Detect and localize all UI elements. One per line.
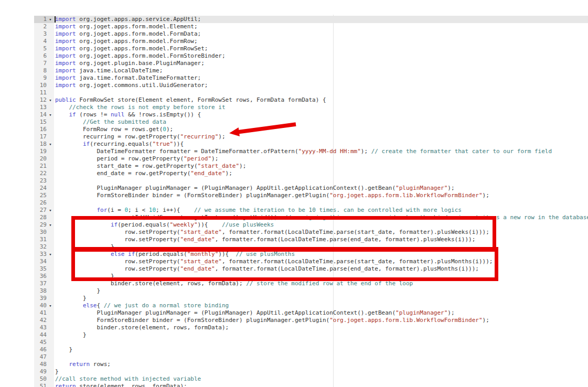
code-line[interactable]: 26 (34, 199, 588, 207)
code-line-text[interactable]: binder.store(element, rows, formData); (54, 324, 588, 331)
code-lines-area[interactable]: 1▾import org.joget.apps.app.service.AppU… (34, 16, 588, 387)
code-line-text[interactable] (54, 339, 588, 346)
code-line[interactable]: 50//call store method with injected vari… (34, 375, 588, 383)
code-line-text[interactable]: import org.joget.apps.form.model.FormSto… (54, 52, 588, 60)
code-line[interactable]: 8import java.time.LocalDateTime; (34, 67, 588, 74)
code-line-text[interactable] (54, 177, 588, 185)
line-gutter: 26 (34, 199, 54, 207)
fold-toggle-icon[interactable]: ▾ (47, 111, 54, 119)
code-line[interactable]: 22 end_date = row.getProperty("end_date"… (34, 170, 588, 177)
code-line-text[interactable]: FormStoreBinder binder = (FormStoreBinde… (54, 192, 588, 199)
code-line[interactable]: 20 period = row.getProperty("period"); (34, 155, 588, 163)
line-number: 25 (34, 192, 47, 199)
code-line[interactable]: 14▾ if (rows != null && !rows.isEmpty())… (34, 111, 588, 119)
code-line-text[interactable]: //call store method with injected variab… (54, 375, 588, 383)
fold-toggle-icon[interactable]: ▾ (47, 96, 54, 104)
code-line-text[interactable]: recurring = row.getProperty("recurring")… (54, 133, 588, 141)
code-line-text[interactable]: end_date = row.getProperty("end_date"); (54, 170, 588, 177)
code-line-text[interactable]: import java.time.format.DateTimeFormatte… (54, 74, 588, 82)
code-line[interactable]: 3import org.joget.apps.form.model.FormDa… (34, 30, 588, 38)
fold-toggle-icon[interactable]: ▾ (47, 251, 54, 258)
line-number: 46 (34, 346, 47, 353)
code-line-text[interactable]: return rows; (54, 361, 588, 368)
code-line[interactable]: 51return store(element, rows, formData); (34, 383, 588, 387)
code-line[interactable]: 40▾ else{ // we just do a normal store b… (34, 302, 588, 309)
code-line-text[interactable]: import org.joget.apps.form.model.FormRow… (54, 38, 588, 45)
code-line-text[interactable]: PluginManager pluginManager = (PluginMan… (54, 309, 588, 317)
code-line[interactable]: 42 FormStoreBinder binder = (FormStoreBi… (34, 317, 588, 324)
code-line-text[interactable]: period = row.getProperty("period"); (54, 155, 588, 163)
code-line[interactable]: 12▾public FormRowSet store(Element eleme… (34, 96, 588, 104)
code-line[interactable]: 13 //check the rows is not empty before … (34, 104, 588, 111)
fold-toggle-icon[interactable]: ▾ (47, 207, 54, 214)
code-line[interactable]: 45 (34, 339, 588, 346)
code-line[interactable]: 25 FormStoreBinder binder = (FormStoreBi… (34, 192, 588, 199)
code-line-text[interactable]: import org.joget.commons.util.UuidGenera… (54, 82, 588, 89)
code-line[interactable]: 4import org.joget.apps.form.model.FormRo… (34, 38, 588, 45)
code-line-text[interactable]: //check the rows is not empty before sto… (54, 104, 588, 111)
code-line[interactable]: 48 return rows; (34, 361, 588, 368)
code-line-text[interactable]: FormStoreBinder binder = (FormStoreBinde… (54, 317, 588, 324)
code-line-text[interactable]: import org.joget.apps.form.model.FormDat… (54, 30, 588, 38)
code-line[interactable]: 38 } (34, 287, 588, 295)
code-line-text[interactable]: import org.joget.apps.form.model.Element… (54, 23, 588, 30)
code-line-text[interactable]: PluginManager pluginManager = (PluginMan… (54, 185, 588, 192)
code-line[interactable]: 17 recurring = row.getProperty("recurrin… (34, 133, 588, 141)
line-number: 47 (34, 353, 47, 361)
code-line[interactable]: 18▾ if(recurring.equals("true")){ (34, 141, 588, 148)
fold-toggle-icon[interactable]: ▾ (47, 16, 54, 23)
code-line-text[interactable]: import java.time.LocalDateTime; (54, 67, 588, 74)
code-line[interactable]: 23 (34, 177, 588, 185)
code-line[interactable]: 39 } (34, 295, 588, 302)
code-line-text[interactable] (54, 89, 588, 96)
code-line[interactable]: 9import java.time.format.DateTimeFormatt… (34, 74, 588, 82)
code-line[interactable]: 6import org.joget.apps.form.model.FormSt… (34, 52, 588, 60)
code-line[interactable]: 10import org.joget.commons.util.UuidGene… (34, 82, 588, 89)
line-number: 37 (34, 280, 47, 287)
code-line-text[interactable] (54, 199, 588, 207)
code-line-text[interactable]: public FormRowSet store(Element element,… (54, 96, 588, 104)
code-line-text[interactable]: import org.joget.apps.form.model.FormRow… (54, 45, 588, 52)
code-line-text[interactable]: import org.joget.apps.app.service.AppUti… (54, 16, 588, 23)
code-line-text[interactable]: } (54, 346, 588, 353)
code-line-text[interactable]: return store(element, rows, formData); (54, 383, 588, 387)
code-line-text[interactable]: else{ // we just do a normal store bindi… (54, 302, 588, 309)
code-line[interactable]: 47 (34, 353, 588, 361)
code-line[interactable]: 27▾ for(i = 0; i < 10; i++){ // we assum… (34, 207, 588, 214)
code-line[interactable]: 2import org.joget.apps.form.model.Elemen… (34, 23, 588, 30)
code-line[interactable]: 5import org.joget.apps.form.model.FormRo… (34, 45, 588, 52)
code-line-text[interactable] (54, 353, 588, 361)
code-line-text[interactable]: FormRow row = rows.get(0); (54, 126, 588, 133)
code-line[interactable]: 7import org.joget.plugin.base.PluginMana… (34, 60, 588, 67)
fold-gutter-spacer (47, 273, 54, 280)
code-line[interactable]: 49} (34, 368, 588, 375)
code-line[interactable]: 41 PluginManager pluginManager = (Plugin… (34, 309, 588, 317)
code-line[interactable]: 43 binder.store(element, rows, formData)… (34, 324, 588, 331)
code-line-text[interactable]: DateTimeFormatter formatter = DateTimeFo… (54, 148, 588, 155)
code-line[interactable]: 15 //Get the submitted data (34, 119, 588, 126)
fold-gutter-spacer (47, 60, 54, 67)
code-line-text[interactable]: if(recurring.equals("true")){ (54, 141, 588, 148)
code-line[interactable]: 46 } (34, 346, 588, 353)
code-line[interactable]: 16 FormRow row = rows.get(0); (34, 126, 588, 133)
code-line-text[interactable]: for(i = 0; i < 10; i++){ // we assume th… (54, 207, 588, 214)
code-line-text[interactable]: } (54, 295, 588, 302)
code-line-text[interactable]: binder.store(element, rows, formData); /… (54, 280, 588, 287)
code-line-text[interactable]: start_date = row.getProperty("start_date… (54, 163, 588, 170)
code-line-text[interactable]: if (rows != null && !rows.isEmpty()) { (54, 111, 588, 119)
code-line[interactable]: 19 DateTimeFormatter formatter = DateTim… (34, 148, 588, 155)
code-line[interactable]: 44 } (34, 331, 588, 339)
code-line[interactable]: 21 start_date = row.getProperty("start_d… (34, 163, 588, 170)
fold-toggle-icon[interactable]: ▾ (47, 302, 54, 309)
code-line-text[interactable]: } (54, 368, 588, 375)
fold-toggle-icon[interactable]: ▾ (47, 221, 54, 229)
code-line[interactable]: 37 binder.store(element, rows, formData)… (34, 280, 588, 287)
code-line[interactable]: 11 (34, 89, 588, 96)
code-line[interactable]: 1▾import org.joget.apps.app.service.AppU… (34, 16, 588, 23)
fold-toggle-icon[interactable]: ▾ (47, 141, 54, 148)
code-line-text[interactable]: import org.joget.plugin.base.PluginManag… (54, 60, 588, 67)
code-line[interactable]: 24 PluginManager pluginManager = (Plugin… (34, 185, 588, 192)
code-line-text[interactable]: } (54, 287, 588, 295)
code-line-text[interactable]: //Get the submitted data (54, 119, 588, 126)
code-line-text[interactable]: } (54, 331, 588, 339)
